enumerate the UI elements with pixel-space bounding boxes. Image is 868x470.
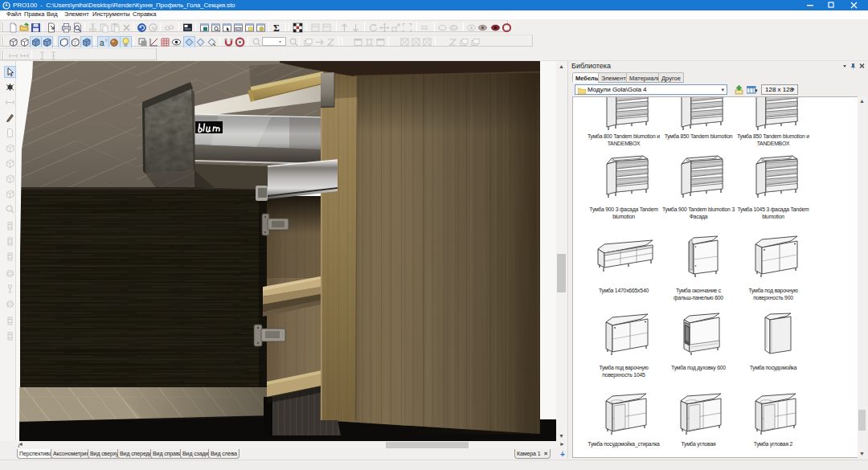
svg-text:Σ: Σ — [273, 22, 280, 33]
svg-text:a: a — [100, 39, 104, 47]
